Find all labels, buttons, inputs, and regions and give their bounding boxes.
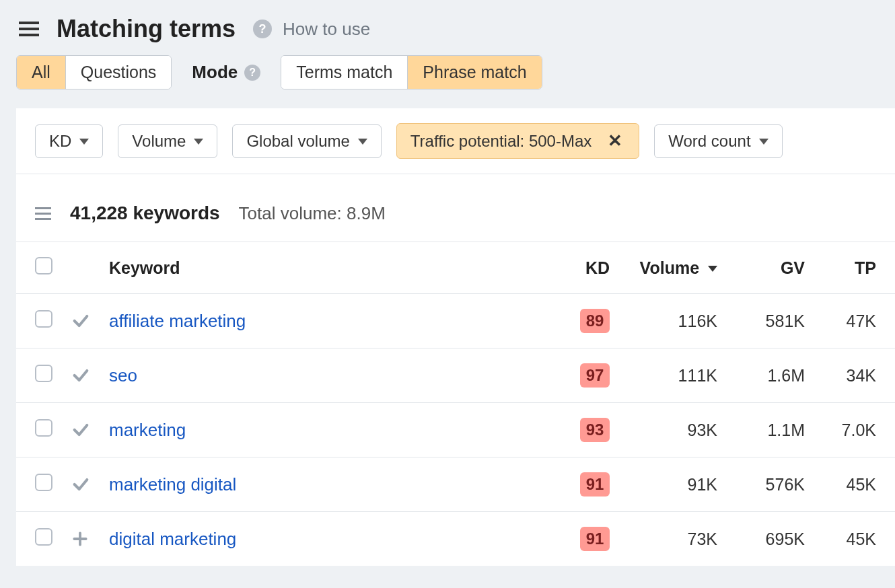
keyword-count: 41,228 keywords	[70, 203, 220, 224]
kd-badge: 91	[580, 527, 610, 551]
kd-badge: 97	[580, 363, 610, 388]
cell-gv: 695K	[727, 512, 814, 566]
select-all-checkbox[interactable]	[35, 257, 52, 274]
col-gv[interactable]: GV	[727, 242, 814, 294]
row-checkbox[interactable]	[35, 528, 52, 546]
chevron-down-icon	[759, 139, 768, 145]
help-icon[interactable]: ?	[244, 65, 260, 81]
table-row: affiliate marketing89116K581K47K	[16, 294, 895, 348]
col-tp[interactable]: TP	[814, 242, 895, 294]
filter-kd[interactable]: KD	[35, 124, 103, 158]
col-kd[interactable]: KD	[559, 242, 619, 294]
row-checkbox[interactable]	[35, 310, 52, 328]
table-row: digital marketing9173K695K45K	[16, 512, 895, 566]
col-keyword[interactable]: Keyword	[100, 242, 559, 294]
cell-gv: 576K	[727, 457, 814, 512]
tab-all[interactable]: All	[17, 56, 65, 89]
cell-tp: 45K	[814, 457, 895, 512]
cell-tp: 7.0K	[814, 403, 895, 457]
filter-global-volume[interactable]: Global volume	[232, 124, 381, 158]
keyword-link[interactable]: seo	[109, 365, 137, 385]
kd-badge: 93	[580, 418, 610, 442]
col-volume[interactable]: Volume	[619, 242, 727, 294]
filter-kd-label: KD	[49, 132, 71, 151]
cell-gv: 1.1M	[727, 403, 814, 457]
cell-gv: 581K	[727, 294, 814, 348]
page-header: Matching terms ? How to use	[0, 0, 895, 55]
table-row: marketing9393K1.1M7.0K	[16, 403, 895, 457]
row-checkbox[interactable]	[35, 365, 52, 382]
row-checkbox[interactable]	[35, 474, 52, 491]
help[interactable]: ? How to use	[253, 19, 370, 40]
mode-phrase-match[interactable]: Phrase match	[407, 56, 541, 89]
table-row: marketing digital9191K576K45K	[16, 457, 895, 512]
keywords-table: Keyword KD Volume GV TP affiliate market…	[16, 242, 895, 566]
cell-volume: 73K	[619, 512, 727, 566]
help-icon: ?	[253, 20, 272, 38]
tabs-row: All Questions Mode ? Terms match Phrase …	[0, 55, 895, 108]
filter-word-count-label: Word count	[668, 132, 750, 151]
results-panel: KD Volume Global volume Traffic potentia…	[16, 108, 895, 566]
cell-volume: 91K	[619, 457, 727, 512]
page-title: Matching terms	[57, 15, 236, 43]
filter-global-volume-label: Global volume	[246, 132, 349, 151]
plus-icon[interactable]	[71, 530, 90, 548]
view-segment: All Questions	[16, 55, 172, 89]
tab-questions[interactable]: Questions	[65, 56, 172, 89]
filter-traffic-potential-chip[interactable]: Traffic potential: 500-Max ✕	[396, 123, 639, 159]
check-icon[interactable]	[71, 366, 90, 385]
list-icon[interactable]	[35, 207, 51, 220]
chevron-down-icon	[79, 139, 89, 145]
mode-terms-match[interactable]: Terms match	[281, 56, 407, 89]
menu-icon[interactable]	[19, 22, 39, 36]
how-to-use-link[interactable]: How to use	[283, 19, 370, 40]
filter-volume[interactable]: Volume	[118, 124, 217, 158]
check-icon[interactable]	[71, 475, 90, 494]
keyword-link[interactable]: digital marketing	[109, 529, 236, 549]
filters-bar: KD Volume Global volume Traffic potentia…	[16, 108, 895, 174]
mode-label-text: Mode	[192, 62, 238, 83]
kd-badge: 91	[580, 472, 610, 497]
kd-badge: 89	[580, 309, 610, 333]
keyword-link[interactable]: marketing digital	[109, 474, 236, 494]
chevron-down-icon	[194, 139, 203, 145]
table-row: seo97111K1.6M34K	[16, 348, 895, 403]
filter-volume-label: Volume	[132, 132, 186, 151]
cell-tp: 45K	[814, 512, 895, 566]
chevron-down-icon	[358, 139, 367, 145]
cell-volume: 93K	[619, 403, 727, 457]
total-volume: Total volume: 8.9M	[239, 203, 386, 224]
mode-segment: Terms match Phrase match	[281, 55, 542, 89]
table-header-row: Keyword KD Volume GV TP	[16, 242, 895, 294]
row-checkbox[interactable]	[35, 419, 52, 437]
col-volume-label: Volume	[640, 258, 699, 277]
sort-desc-icon	[708, 266, 717, 272]
cell-volume: 116K	[619, 294, 727, 348]
cell-volume: 111K	[619, 348, 727, 403]
mode-label: Mode ?	[192, 62, 260, 83]
summary-row: 41,228 keywords Total volume: 8.9M	[16, 174, 895, 242]
close-icon[interactable]: ✕	[605, 131, 625, 151]
filter-traffic-potential-label: Traffic potential: 500-Max	[410, 132, 592, 151]
keyword-link[interactable]: affiliate marketing	[109, 311, 246, 331]
filter-word-count[interactable]: Word count	[654, 124, 782, 158]
cell-gv: 1.6M	[727, 348, 814, 403]
cell-tp: 47K	[814, 294, 895, 348]
check-icon[interactable]	[71, 420, 90, 439]
check-icon[interactable]	[71, 311, 90, 330]
cell-tp: 34K	[814, 348, 895, 403]
keyword-link[interactable]: marketing	[109, 420, 186, 440]
